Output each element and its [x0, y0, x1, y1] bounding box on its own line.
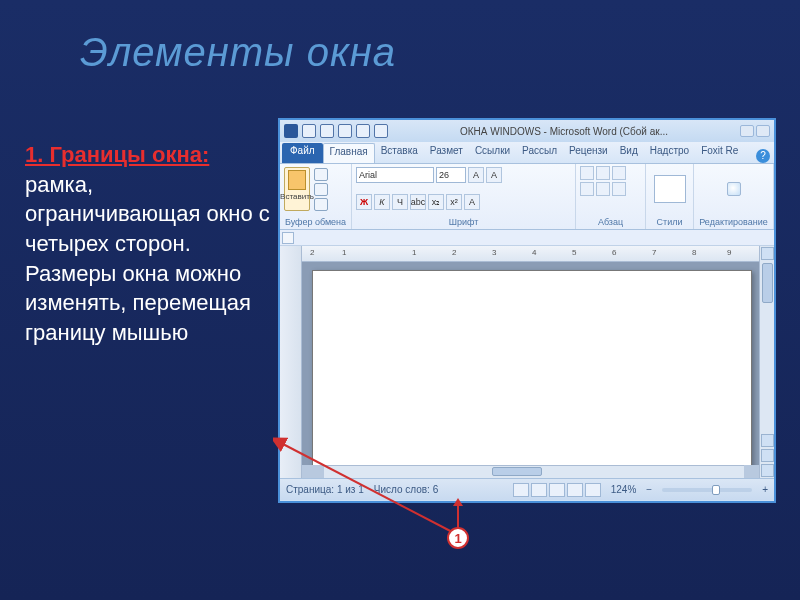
superscript-button[interactable]: x²: [446, 194, 462, 210]
file-tab[interactable]: Файл: [282, 143, 323, 163]
ribbon-tabs[interactable]: Файл Главная Вставка Размет Ссылки Рассы…: [280, 142, 774, 164]
window-title: ОКНА WINDOWS - Microsoft Word (Сбой ак..…: [388, 126, 740, 137]
font-name-combo[interactable]: Arial: [356, 167, 434, 183]
maximize-button[interactable]: [756, 125, 770, 137]
tab-addins[interactable]: Надстро: [644, 143, 695, 163]
font-label: Шрифт: [356, 217, 571, 227]
ruler-tick: 8: [692, 248, 696, 257]
view-reading-icon[interactable]: [531, 483, 547, 497]
undo-icon[interactable]: [320, 124, 334, 138]
minimize-button[interactable]: [740, 125, 754, 137]
document-area: 2 1 1 2 3 4 5 6 7 8 9: [280, 246, 774, 478]
statusbar: Страница: 1 из 1 Число слов: 6 124% − +: [280, 478, 774, 500]
ruler-tick: 9: [727, 248, 731, 257]
scroll-up-icon[interactable]: [761, 247, 774, 260]
qat-icon[interactable]: [356, 124, 370, 138]
ribbon: Вставить Буфер обмена Arial 26 A A Ж К: [280, 164, 774, 230]
paragraph-group: Абзац: [576, 164, 646, 229]
align-center-icon[interactable]: [596, 182, 610, 196]
prev-page-icon[interactable]: [761, 449, 774, 462]
status-words[interactable]: Число слов: 6: [374, 484, 438, 495]
bold-button[interactable]: Ж: [356, 194, 372, 210]
styles-icon[interactable]: [654, 175, 686, 203]
view-draft-icon[interactable]: [585, 483, 601, 497]
zoom-in-icon[interactable]: +: [762, 484, 768, 495]
next-page-icon[interactable]: [761, 464, 774, 477]
tab-mailings[interactable]: Рассыл: [516, 143, 563, 163]
paste-button[interactable]: Вставить: [284, 167, 310, 211]
titlebar[interactable]: ОКНА WINDOWS - Microsoft Word (Сбой ак..…: [280, 120, 774, 142]
font-size-combo[interactable]: 26: [436, 167, 466, 183]
document-page[interactable]: [312, 270, 752, 465]
zoom-handle[interactable]: [712, 485, 720, 495]
vscroll-thumb[interactable]: [762, 263, 773, 303]
ruler-tick: 7: [652, 248, 656, 257]
view-web-icon[interactable]: [549, 483, 565, 497]
page-viewport[interactable]: [302, 262, 759, 465]
bullets-icon[interactable]: [580, 166, 594, 180]
paste-label: Вставить: [280, 192, 314, 201]
tab-insert[interactable]: Вставка: [375, 143, 424, 163]
find-icon[interactable]: [727, 182, 741, 196]
explanation-text: 1. Границы окна: рамка, ограничивающая о…: [25, 140, 270, 348]
ruler-toggle-icon[interactable]: [282, 232, 294, 244]
strike-button[interactable]: abc: [410, 194, 426, 210]
ruler-tick: 5: [572, 248, 576, 257]
ruler-tick: 1: [342, 248, 346, 257]
zoom-slider[interactable]: [662, 488, 752, 492]
callout-number: 1: [447, 527, 469, 549]
qat-icon[interactable]: [374, 124, 388, 138]
ruler-tick: 1: [412, 248, 416, 257]
multilevel-icon[interactable]: [612, 166, 626, 180]
ruler-tick: 2: [452, 248, 456, 257]
clipboard-label: Буфер обмена: [284, 217, 347, 227]
copy-icon[interactable]: [314, 183, 328, 196]
hscroll-thumb[interactable]: [492, 467, 542, 476]
horizontal-ruler[interactable]: 2 1 1 2 3 4 5 6 7 8 9: [302, 246, 759, 262]
scroll-down-icon[interactable]: [761, 434, 774, 447]
help-icon[interactable]: ?: [756, 149, 770, 163]
section-body: рамка, ограничивающая окно с четырех сто…: [25, 172, 270, 345]
section-heading: 1. Границы окна:: [25, 142, 209, 167]
editing-group: Редактирование: [694, 164, 774, 229]
tab-home[interactable]: Главная: [323, 143, 375, 163]
underline-button[interactable]: Ч: [392, 194, 408, 210]
styles-group: Стили: [646, 164, 694, 229]
ruler-corner: [280, 230, 774, 246]
shrink-font-button[interactable]: A: [486, 167, 502, 183]
slide-title: Элементы окна: [0, 0, 800, 75]
tab-view[interactable]: Вид: [614, 143, 644, 163]
status-page[interactable]: Страница: 1 из 1: [286, 484, 364, 495]
vertical-ruler[interactable]: [280, 246, 302, 478]
word-app-icon: [284, 124, 298, 138]
align-right-icon[interactable]: [612, 182, 626, 196]
italic-button[interactable]: К: [374, 194, 390, 210]
styles-label: Стили: [650, 217, 689, 227]
horizontal-scrollbar[interactable]: [324, 465, 744, 478]
tab-review[interactable]: Рецензи: [563, 143, 614, 163]
view-print-layout-icon[interactable]: [513, 483, 529, 497]
save-icon[interactable]: [302, 124, 316, 138]
word-window[interactable]: ОКНА WINDOWS - Microsoft Word (Сбой ак..…: [278, 118, 776, 503]
tab-references[interactable]: Ссылки: [469, 143, 516, 163]
zoom-level[interactable]: 124%: [611, 484, 637, 495]
quick-access-toolbar[interactable]: [284, 124, 388, 138]
tab-foxit[interactable]: Foxit Re: [695, 143, 744, 163]
paste-icon: [288, 170, 306, 190]
grow-font-button[interactable]: A: [468, 167, 484, 183]
font-group: Arial 26 A A Ж К Ч abc x₂ x² A Шрифт: [352, 164, 576, 229]
align-left-icon[interactable]: [580, 182, 594, 196]
cut-icon[interactable]: [314, 168, 328, 181]
editing-label: Редактирование: [698, 217, 769, 227]
ruler-tick: 6: [612, 248, 616, 257]
text-effects-button[interactable]: A: [464, 194, 480, 210]
tab-layout[interactable]: Размет: [424, 143, 469, 163]
ruler-tick: 3: [492, 248, 496, 257]
redo-icon[interactable]: [338, 124, 352, 138]
subscript-button[interactable]: x₂: [428, 194, 444, 210]
vertical-scrollbar[interactable]: [759, 246, 774, 478]
view-outline-icon[interactable]: [567, 483, 583, 497]
numbering-icon[interactable]: [596, 166, 610, 180]
format-painter-icon[interactable]: [314, 198, 328, 211]
zoom-out-icon[interactable]: −: [646, 484, 652, 495]
